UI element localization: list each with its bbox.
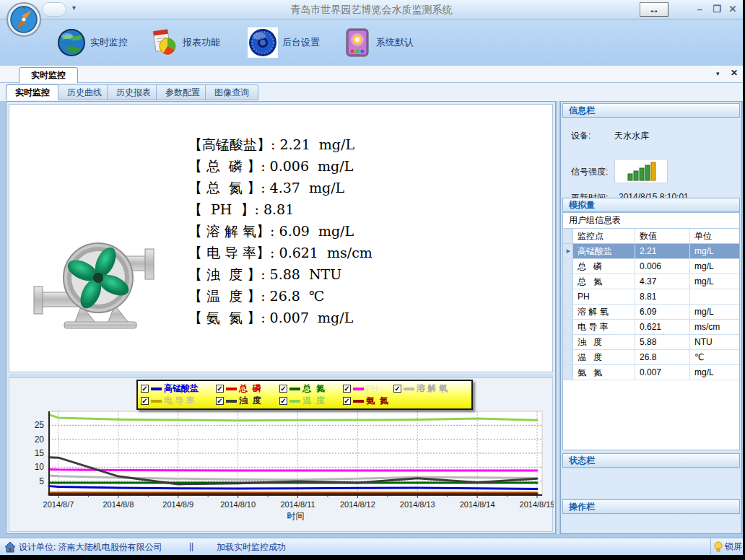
legend-checkbox[interactable]: ✓ (216, 385, 224, 393)
info-section-header[interactable]: 信息栏 (562, 103, 740, 118)
legend-label: 高锰酸盐 (164, 382, 199, 395)
column-header-value[interactable]: 数值 (635, 229, 690, 243)
system-default-button[interactable]: 系统默认 (338, 25, 418, 60)
legend-checkbox[interactable]: ✓ (343, 397, 351, 405)
analog-section-header[interactable]: 模拟量 (562, 198, 740, 212)
row-indicator-header (563, 229, 573, 243)
table-row[interactable]: 氨 氮0.007mg/L (563, 365, 739, 380)
minimize-button[interactable]: – (692, 3, 707, 16)
lock-screen-label: 锁屏 (725, 541, 742, 553)
table-row[interactable]: 总 磷0.006mg/L (563, 259, 739, 274)
legend-label: PH (366, 384, 378, 394)
chart-region: ✓高锰酸盐✓总 磷✓总 氮✓PH✓溶 解 氧✓电 导 率✓浊 度✓温 度✓氨 氮… (9, 377, 553, 532)
legend-checkbox[interactable]: ✓ (279, 385, 287, 393)
row-indicator-cell: ➤ (563, 244, 573, 258)
legend-item[interactable]: ✓温 度 (279, 395, 343, 407)
row-indicator-cell (563, 305, 573, 319)
table-cell: 0.007 (635, 365, 690, 380)
report-function-button[interactable]: 报表功能 (144, 25, 225, 60)
doc-tab-realtime[interactable]: 实时监控 (19, 67, 78, 83)
device-value: 天水水库 (614, 130, 649, 142)
reading-line: 【 总 磷 】: 0.006 mg/L (188, 155, 372, 177)
compass-app-icon[interactable]: N (6, 1, 42, 38)
table-row[interactable]: 电 导 率0.621ms/cm (563, 320, 739, 335)
row-indicator-cell (563, 289, 573, 304)
tab-list-dropdown-icon[interactable]: ▾ (716, 70, 720, 77)
svg-text:5: 5 (39, 476, 44, 486)
table-row[interactable]: ➤高锰酸盐2.21mg/L (563, 244, 739, 259)
reading-line: 【 总 氮 】: 4.37 mg/L (188, 177, 372, 198)
tab-image-query[interactable]: 图像查询 (205, 84, 258, 100)
realtime-monitor-button[interactable]: 实时监控 (52, 25, 132, 60)
restore-button[interactable]: ❐ (709, 3, 725, 16)
legend-line-swatch (226, 388, 237, 390)
reading-line: 【 溶 解 氧】: 6.09 mg/L (188, 220, 372, 242)
legend-item[interactable]: ✓浊 度 (216, 395, 279, 407)
table-cell: 电 导 率 (573, 320, 635, 334)
reading-line: 【高锰酸盐】: 2.21 mg/L (188, 134, 372, 155)
legend-item[interactable]: ✓高锰酸盐 (141, 382, 216, 395)
tab-parameter-config[interactable]: 参数配置 (156, 84, 209, 100)
svg-text:N: N (22, 5, 25, 9)
status-bar: 设计单位: 济南大陆机电股份有限公司 || 加载实时监控成功 锁屏 (0, 538, 743, 555)
device-label: 设备: (571, 130, 591, 142)
legend-line-swatch (289, 400, 300, 403)
tab-history-curve[interactable]: 历史曲线 (58, 84, 111, 100)
table-cell: ℃ (690, 350, 739, 364)
operation-section-header[interactable]: 操作栏 (562, 499, 740, 514)
table-cell: 6.09 (635, 305, 690, 319)
statusbar-separator: || (189, 541, 193, 551)
pump-icon (30, 226, 160, 331)
svg-text:2014/8/11: 2014/8/11 (280, 500, 315, 509)
tab-history-report[interactable]: 历史报表 (107, 84, 160, 100)
backend-settings-label: 后台设置 (282, 36, 320, 49)
status-section-header[interactable]: 状态栏 (562, 453, 740, 468)
svg-text:2014/8/15: 2014/8/15 (520, 500, 554, 509)
legend-checkbox[interactable]: ✓ (141, 397, 149, 405)
svg-text:时间: 时间 (287, 511, 305, 521)
tab-realtime-monitor[interactable]: 实时监控 (6, 84, 59, 100)
legend-item[interactable]: ✓溶 解 氧 (393, 382, 463, 395)
info-section-body: 设备: 天水水库 信号强度: 更新时间: 2014/8/15 8:10:01 (562, 118, 740, 196)
table-cell: 总 磷 (573, 259, 635, 274)
legend-checkbox[interactable]: ✓ (279, 397, 287, 405)
svg-text:25: 25 (35, 420, 45, 430)
horizontal-swap-button[interactable]: ↔ (640, 2, 668, 17)
table-header-row: 监控点 数值 单位 (563, 229, 739, 244)
column-header-point[interactable]: 监控点 (573, 229, 635, 243)
table-cell: mg/L (690, 259, 739, 274)
svg-text:2014/8/12: 2014/8/12 (340, 500, 375, 509)
legend-item[interactable]: ✓氨 氮 (343, 395, 406, 407)
legend-label: 溶 解 氧 (417, 382, 448, 395)
table-cell: mg/L (690, 305, 739, 319)
legend-checkbox[interactable]: ✓ (393, 385, 401, 393)
table-row[interactable]: 浊 度5.88NTU (563, 335, 739, 350)
ribbon-toolbar: 实时监控 报表功能 后台设置 (0, 19, 743, 66)
tab-close-icon[interactable]: ✕ (731, 68, 738, 78)
lock-screen-button[interactable]: 锁屏 (710, 538, 743, 555)
svg-text:2014/8/9: 2014/8/9 (162, 500, 193, 509)
app-window: ▾ 青岛市世界园艺博览会水质监测系统 ↔ – ❐ ✕ N 实时监控 (0, 0, 743, 555)
operation-section-body (562, 515, 740, 533)
table-row[interactable]: 溶 解 氧6.09mg/L (563, 305, 739, 320)
table-cell: 氨 氮 (573, 365, 635, 380)
table-cell: NTU (690, 335, 739, 349)
legend-item[interactable]: ✓电 导 率 (141, 395, 216, 407)
legend-item[interactable]: ✓总 磷 (216, 382, 279, 395)
table-row[interactable]: 温 度26.8℃ (563, 350, 739, 365)
table-cell: mg/L (690, 365, 739, 380)
table-cell: 4.37 (635, 274, 690, 289)
legend-checkbox[interactable]: ✓ (343, 385, 351, 393)
legend-checkbox[interactable]: ✓ (141, 385, 149, 393)
backend-settings-button[interactable]: 后台设置 (243, 25, 324, 60)
reading-line: 【 浊 度 】: 5.88 NTU (188, 263, 372, 285)
legend-checkbox[interactable]: ✓ (216, 397, 224, 405)
row-indicator-cell (563, 350, 573, 364)
column-header-unit[interactable]: 单位 (690, 229, 739, 243)
legend-item[interactable]: ✓PH (343, 384, 393, 394)
table-row[interactable]: PH8.81 (563, 289, 739, 305)
title-bar: ▾ 青岛市世界园艺博览会水质监测系统 ↔ – ❐ ✕ (0, 0, 743, 19)
close-button[interactable]: ✕ (725, 3, 741, 16)
legend-item[interactable]: ✓总 氮 (279, 382, 343, 395)
table-row[interactable]: 总 氮4.37mg/L (563, 274, 739, 289)
